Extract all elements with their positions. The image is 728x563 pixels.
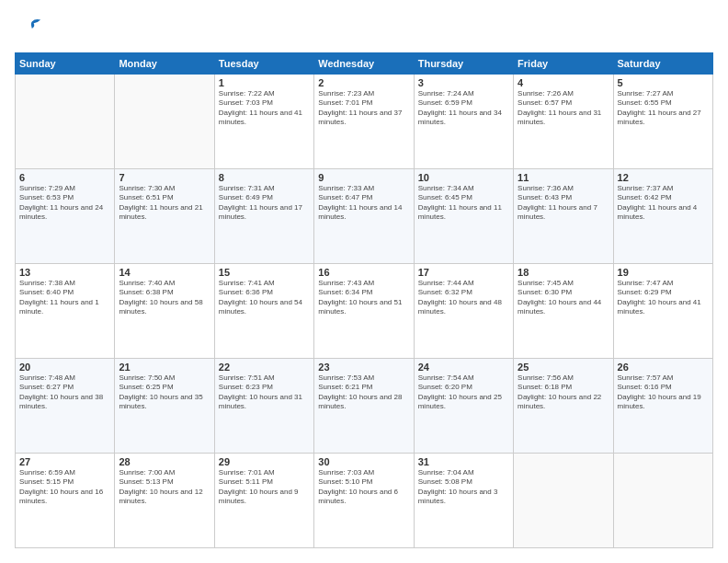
calendar-cell: 15Sunrise: 7:41 AM Sunset: 6:36 PM Dayli… bbox=[214, 263, 313, 358]
calendar-cell: 29Sunrise: 7:01 AM Sunset: 5:11 PM Dayli… bbox=[214, 453, 313, 547]
day-number: 11 bbox=[518, 172, 609, 183]
day-info: Sunrise: 7:47 AM Sunset: 6:29 PM Dayligh… bbox=[618, 279, 709, 317]
day-info: Sunrise: 7:00 AM Sunset: 5:13 PM Dayligh… bbox=[119, 468, 210, 507]
day-number: 12 bbox=[618, 172, 709, 183]
day-info: Sunrise: 7:38 AM Sunset: 6:40 PM Dayligh… bbox=[19, 279, 110, 317]
col-friday: Friday bbox=[514, 52, 613, 74]
calendar-cell bbox=[514, 453, 613, 547]
day-number: 29 bbox=[219, 456, 310, 467]
calendar-cell bbox=[115, 74, 214, 168]
calendar-cell: 2Sunrise: 7:23 AM Sunset: 7:01 PM Daylig… bbox=[314, 74, 414, 168]
logo-bird-icon bbox=[17, 15, 42, 40]
col-thursday: Thursday bbox=[414, 52, 513, 74]
day-info: Sunrise: 7:31 AM Sunset: 6:49 PM Dayligh… bbox=[219, 184, 310, 223]
day-info: Sunrise: 7:34 AM Sunset: 6:45 PM Dayligh… bbox=[418, 184, 509, 223]
day-info: Sunrise: 7:45 AM Sunset: 6:30 PM Dayligh… bbox=[518, 279, 609, 317]
day-info: Sunrise: 7:48 AM Sunset: 6:27 PM Dayligh… bbox=[19, 373, 110, 412]
calendar-cell: 9Sunrise: 7:33 AM Sunset: 6:47 PM Daylig… bbox=[314, 168, 414, 263]
day-number: 9 bbox=[318, 172, 409, 183]
day-info: Sunrise: 7:23 AM Sunset: 7:01 PM Dayligh… bbox=[318, 89, 409, 128]
day-number: 28 bbox=[119, 456, 210, 467]
day-info: Sunrise: 7:04 AM Sunset: 5:08 PM Dayligh… bbox=[418, 468, 509, 507]
calendar-cell: 22Sunrise: 7:51 AM Sunset: 6:23 PM Dayli… bbox=[214, 358, 313, 453]
calendar-cell bbox=[613, 453, 712, 547]
day-number: 5 bbox=[618, 77, 709, 88]
day-info: Sunrise: 7:57 AM Sunset: 6:16 PM Dayligh… bbox=[618, 373, 709, 412]
calendar-cell: 18Sunrise: 7:45 AM Sunset: 6:30 PM Dayli… bbox=[514, 263, 613, 358]
day-number: 10 bbox=[418, 172, 509, 183]
logo bbox=[15, 15, 42, 45]
calendar-cell: 25Sunrise: 7:56 AM Sunset: 6:18 PM Dayli… bbox=[514, 358, 613, 453]
calendar-week-5: 27Sunrise: 6:59 AM Sunset: 5:15 PM Dayli… bbox=[16, 453, 713, 547]
day-number: 22 bbox=[219, 362, 310, 373]
day-info: Sunrise: 7:37 AM Sunset: 6:42 PM Dayligh… bbox=[618, 184, 709, 223]
calendar-cell: 14Sunrise: 7:40 AM Sunset: 6:38 PM Dayli… bbox=[115, 263, 214, 358]
day-number: 18 bbox=[518, 267, 609, 278]
day-info: Sunrise: 7:56 AM Sunset: 6:18 PM Dayligh… bbox=[518, 373, 609, 412]
day-number: 15 bbox=[219, 267, 310, 278]
day-number: 27 bbox=[19, 456, 110, 467]
day-number: 19 bbox=[618, 267, 709, 278]
calendar-cell: 7Sunrise: 7:30 AM Sunset: 6:51 PM Daylig… bbox=[115, 168, 214, 263]
day-number: 6 bbox=[19, 172, 110, 183]
day-info: Sunrise: 7:33 AM Sunset: 6:47 PM Dayligh… bbox=[318, 184, 409, 223]
day-number: 14 bbox=[119, 267, 210, 278]
calendar-cell: 27Sunrise: 6:59 AM Sunset: 5:15 PM Dayli… bbox=[16, 453, 115, 547]
calendar-cell bbox=[16, 74, 115, 168]
logo-text bbox=[15, 15, 42, 45]
calendar-cell: 16Sunrise: 7:43 AM Sunset: 6:34 PM Dayli… bbox=[314, 263, 414, 358]
day-info: Sunrise: 6:59 AM Sunset: 5:15 PM Dayligh… bbox=[19, 468, 110, 507]
day-info: Sunrise: 7:36 AM Sunset: 6:43 PM Dayligh… bbox=[518, 184, 609, 223]
page: Sunday Monday Tuesday Wednesday Thursday… bbox=[0, 0, 728, 563]
day-number: 24 bbox=[418, 362, 509, 373]
calendar-table: Sunday Monday Tuesday Wednesday Thursday… bbox=[15, 52, 713, 548]
day-info: Sunrise: 7:40 AM Sunset: 6:38 PM Dayligh… bbox=[119, 279, 210, 317]
calendar-cell: 4Sunrise: 7:26 AM Sunset: 6:57 PM Daylig… bbox=[514, 74, 613, 168]
day-info: Sunrise: 7:24 AM Sunset: 6:59 PM Dayligh… bbox=[418, 89, 509, 128]
day-info: Sunrise: 7:30 AM Sunset: 6:51 PM Dayligh… bbox=[119, 184, 210, 223]
col-tuesday: Tuesday bbox=[214, 52, 313, 74]
calendar-cell: 5Sunrise: 7:27 AM Sunset: 6:55 PM Daylig… bbox=[613, 74, 712, 168]
day-number: 25 bbox=[518, 362, 609, 373]
calendar-cell: 8Sunrise: 7:31 AM Sunset: 6:49 PM Daylig… bbox=[214, 168, 313, 263]
day-number: 30 bbox=[318, 456, 409, 467]
calendar-cell: 3Sunrise: 7:24 AM Sunset: 6:59 PM Daylig… bbox=[414, 74, 513, 168]
col-monday: Monday bbox=[115, 52, 214, 74]
calendar-cell: 10Sunrise: 7:34 AM Sunset: 6:45 PM Dayli… bbox=[414, 168, 513, 263]
calendar-cell: 11Sunrise: 7:36 AM Sunset: 6:43 PM Dayli… bbox=[514, 168, 613, 263]
day-number: 17 bbox=[418, 267, 509, 278]
col-sunday: Sunday bbox=[16, 52, 115, 74]
calendar-cell: 23Sunrise: 7:53 AM Sunset: 6:21 PM Dayli… bbox=[314, 358, 414, 453]
calendar-cell: 31Sunrise: 7:04 AM Sunset: 5:08 PM Dayli… bbox=[414, 453, 513, 547]
calendar-week-4: 20Sunrise: 7:48 AM Sunset: 6:27 PM Dayli… bbox=[16, 358, 713, 453]
day-info: Sunrise: 7:51 AM Sunset: 6:23 PM Dayligh… bbox=[219, 373, 310, 412]
calendar-cell: 1Sunrise: 7:22 AM Sunset: 7:03 PM Daylig… bbox=[214, 74, 313, 168]
day-number: 3 bbox=[418, 77, 509, 88]
calendar-cell: 20Sunrise: 7:48 AM Sunset: 6:27 PM Dayli… bbox=[16, 358, 115, 453]
day-info: Sunrise: 7:41 AM Sunset: 6:36 PM Dayligh… bbox=[219, 279, 310, 317]
calendar-week-2: 6Sunrise: 7:29 AM Sunset: 6:53 PM Daylig… bbox=[16, 168, 713, 263]
day-info: Sunrise: 7:26 AM Sunset: 6:57 PM Dayligh… bbox=[518, 89, 609, 128]
header bbox=[15, 15, 713, 45]
day-info: Sunrise: 7:03 AM Sunset: 5:10 PM Dayligh… bbox=[318, 468, 409, 507]
calendar-cell: 30Sunrise: 7:03 AM Sunset: 5:10 PM Dayli… bbox=[314, 453, 414, 547]
day-number: 8 bbox=[219, 172, 310, 183]
calendar-cell: 6Sunrise: 7:29 AM Sunset: 6:53 PM Daylig… bbox=[16, 168, 115, 263]
calendar-cell: 24Sunrise: 7:54 AM Sunset: 6:20 PM Dayli… bbox=[414, 358, 513, 453]
day-number: 16 bbox=[318, 267, 409, 278]
calendar-cell: 21Sunrise: 7:50 AM Sunset: 6:25 PM Dayli… bbox=[115, 358, 214, 453]
day-info: Sunrise: 7:01 AM Sunset: 5:11 PM Dayligh… bbox=[219, 468, 310, 507]
calendar-cell: 28Sunrise: 7:00 AM Sunset: 5:13 PM Dayli… bbox=[115, 453, 214, 547]
calendar-cell: 12Sunrise: 7:37 AM Sunset: 6:42 PM Dayli… bbox=[613, 168, 712, 263]
calendar-cell: 26Sunrise: 7:57 AM Sunset: 6:16 PM Dayli… bbox=[613, 358, 712, 453]
day-number: 23 bbox=[318, 362, 409, 373]
day-number: 31 bbox=[418, 456, 509, 467]
day-number: 26 bbox=[618, 362, 709, 373]
col-wednesday: Wednesday bbox=[314, 52, 414, 74]
day-number: 7 bbox=[119, 172, 210, 183]
day-number: 21 bbox=[119, 362, 210, 373]
calendar-week-1: 1Sunrise: 7:22 AM Sunset: 7:03 PM Daylig… bbox=[16, 74, 713, 168]
calendar-cell: 17Sunrise: 7:44 AM Sunset: 6:32 PM Dayli… bbox=[414, 263, 513, 358]
header-row: Sunday Monday Tuesday Wednesday Thursday… bbox=[16, 52, 713, 74]
day-info: Sunrise: 7:54 AM Sunset: 6:20 PM Dayligh… bbox=[418, 373, 509, 412]
